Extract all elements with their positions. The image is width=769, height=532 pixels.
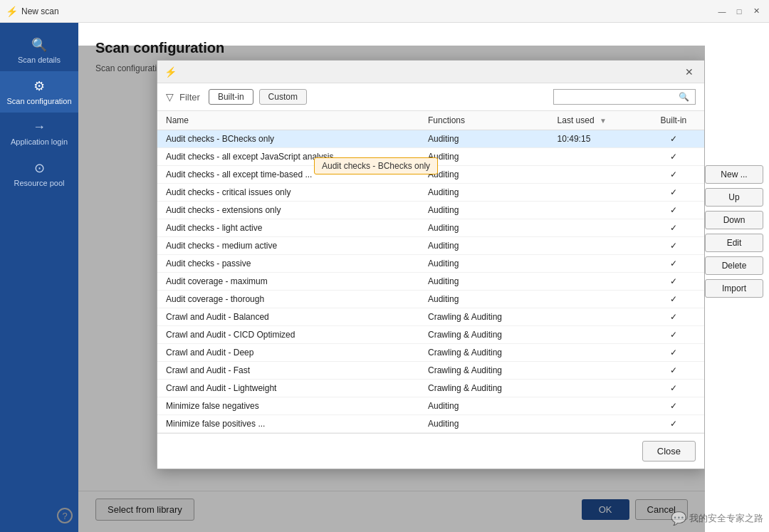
cell-builtin: ✓ xyxy=(643,237,704,255)
table-row[interactable]: Audit checks - all except JavaScript ana… xyxy=(157,148,704,166)
cell-last-used xyxy=(549,184,643,202)
minimize-button[interactable]: — xyxy=(715,4,729,19)
cell-builtin: ✓ xyxy=(643,130,704,148)
modal-table: Name Functions Last used ▼ Built-in Audi… xyxy=(157,111,704,433)
table-row[interactable]: Audit checks - critical issues only Audi… xyxy=(157,184,704,202)
modal-icon: ⚡ xyxy=(164,66,177,78)
search-icon: 🔍 xyxy=(679,92,689,102)
sidebar-item-label-scan-details: Scan details xyxy=(18,56,61,64)
cell-builtin: ✓ xyxy=(643,291,704,308)
sidebar-item-label-scan-config: Scan configuration xyxy=(6,97,71,105)
scan-config-icon: ⚙ xyxy=(33,78,45,94)
cell-functions: Crawling & Auditing xyxy=(419,344,549,362)
table-row[interactable]: Audit coverage - maximum Auditing ✓ xyxy=(157,273,704,291)
table-row[interactable]: Audit checks - medium active Auditing ✓ xyxy=(157,237,704,255)
cell-name: Audit checks - passive xyxy=(157,255,419,273)
sidebar: 🔍 Scan details ⚙ Scan configuration → Ap… xyxy=(0,23,78,532)
cell-functions: Auditing xyxy=(419,255,549,273)
table-row[interactable]: Audit checks - light active Auditing ✓ xyxy=(157,219,704,237)
filter-icon: ▽ xyxy=(166,91,174,103)
sidebar-item-scan-config[interactable]: ⚙ Scan configuration xyxy=(0,71,78,113)
cell-last-used xyxy=(549,148,643,166)
cell-name: Audit checks - all except JavaScript ana… xyxy=(157,148,419,166)
cell-builtin: ✓ xyxy=(643,344,704,362)
cell-builtin: ✓ xyxy=(643,219,704,237)
table-row[interactable]: Audit checks - extensions only Auditing … xyxy=(157,202,704,219)
cell-builtin: ✓ xyxy=(643,166,704,184)
close-window-button[interactable]: ✕ xyxy=(749,4,763,19)
cell-name: Minimize false positives ... xyxy=(157,415,419,433)
col-name: Name xyxy=(157,111,419,130)
cell-last-used xyxy=(549,397,643,415)
sidebar-item-scan-details[interactable]: 🔍 Scan details xyxy=(0,30,78,71)
scan-config-modal: ⚡ ✕ ▽ Filter Built-in Custom 🔍 xyxy=(157,60,705,469)
table-row[interactable]: Crawl and Audit - Balanced Crawling & Au… xyxy=(157,308,704,326)
import-button[interactable]: Import xyxy=(705,279,763,298)
cell-name: Audit coverage - maximum xyxy=(157,273,419,291)
up-button[interactable]: Up xyxy=(705,188,763,207)
new-button[interactable]: New ... xyxy=(705,165,763,184)
cell-builtin: ✓ xyxy=(643,255,704,273)
table-row[interactable]: Audit coverage - thorough Auditing ✓ xyxy=(157,291,704,308)
col-last-used: Last used ▼ xyxy=(549,111,643,130)
cell-name: Minimize false negatives xyxy=(157,397,419,415)
cell-functions: Auditing xyxy=(419,130,549,148)
cell-builtin: ✓ xyxy=(643,326,704,344)
maximize-button[interactable]: □ xyxy=(732,4,746,19)
cell-functions: Auditing xyxy=(419,397,549,415)
watermark: 💬 我的安全专家之路 xyxy=(671,511,763,526)
modal-titlebar: ⚡ ✕ xyxy=(157,61,704,83)
sidebar-item-app-login[interactable]: → Application login xyxy=(0,113,78,153)
table-row[interactable]: Audit checks - BChecks only Auditing 10:… xyxy=(157,130,704,148)
sort-arrow: ▼ xyxy=(600,117,607,125)
cell-name: Audit checks - critical issues only xyxy=(157,184,419,202)
cell-last-used xyxy=(549,380,643,397)
edit-button[interactable]: Edit xyxy=(705,234,763,252)
cell-last-used xyxy=(549,362,643,380)
modal-footer: Close xyxy=(157,433,704,469)
table-row[interactable]: Crawl and Audit - CICD Optimized Crawlin… xyxy=(157,326,704,344)
cell-name: Audit checks - extensions only xyxy=(157,202,419,219)
table-row[interactable]: Minimize false negatives Auditing ✓ xyxy=(157,397,704,415)
cell-name: Crawl and Audit - CICD Optimized xyxy=(157,326,419,344)
cell-name: Crawl and Audit - Fast xyxy=(157,362,419,380)
table-row[interactable]: Crawl and Audit - Lightweight Crawling &… xyxy=(157,380,704,397)
table-row[interactable]: Audit checks - passive Auditing ✓ xyxy=(157,255,704,273)
modal-close-button[interactable]: ✕ xyxy=(681,64,697,80)
delete-button[interactable]: Delete xyxy=(705,256,763,275)
filter-builtin-button[interactable]: Built-in xyxy=(209,89,253,105)
cell-functions: Crawling & Auditing xyxy=(419,380,549,397)
scan-details-icon: 🔍 xyxy=(31,37,47,53)
cell-last-used xyxy=(549,237,643,255)
cell-last-used: 10:49:15 xyxy=(549,130,643,148)
down-button[interactable]: Down xyxy=(705,211,763,229)
cell-name: Crawl and Audit - Lightweight xyxy=(157,380,419,397)
cell-last-used xyxy=(549,308,643,326)
search-input[interactable] xyxy=(560,92,679,102)
cell-last-used xyxy=(549,219,643,237)
help-icon[interactable]: ? xyxy=(57,508,73,523)
table-row[interactable]: Crawl and Audit - Deep Crawling & Auditi… xyxy=(157,344,704,362)
cell-functions: Auditing xyxy=(419,148,549,166)
cell-name: Audit coverage - thorough xyxy=(157,291,419,308)
window-controls: — □ ✕ xyxy=(715,4,763,19)
table-row[interactable]: Crawl and Audit - Fast Crawling & Auditi… xyxy=(157,362,704,380)
app-login-icon: → xyxy=(33,120,46,135)
table-row[interactable]: Minimize false positives ... Auditing ✓ xyxy=(157,415,704,433)
cell-name: Audit checks - light active xyxy=(157,219,419,237)
cell-functions: Auditing xyxy=(419,202,549,219)
table-header-row: Name Functions Last used ▼ Built-in xyxy=(157,111,704,130)
table-row[interactable]: Audit checks - all except time-based ...… xyxy=(157,166,704,184)
cell-builtin: ✓ xyxy=(643,148,704,166)
modal-close-btn[interactable]: Close xyxy=(642,441,696,461)
cell-builtin: ✓ xyxy=(643,273,704,291)
filter-custom-button[interactable]: Custom xyxy=(259,89,307,105)
cell-functions: Auditing xyxy=(419,184,549,202)
sidebar-item-label-resource-pool: Resource pool xyxy=(14,179,65,187)
main-window: ⚡ New scan — □ ✕ 🔍 Scan details ⚙ Scan c… xyxy=(0,0,769,532)
search-box[interactable]: 🔍 xyxy=(553,89,696,105)
sidebar-item-resource-pool[interactable]: ⊙ Resource pool xyxy=(0,153,78,194)
cell-builtin: ✓ xyxy=(643,380,704,397)
modal-overlay: ⚡ ✕ ▽ Filter Built-in Custom 🔍 xyxy=(78,46,705,532)
cell-name: Crawl and Audit - Balanced xyxy=(157,308,419,326)
